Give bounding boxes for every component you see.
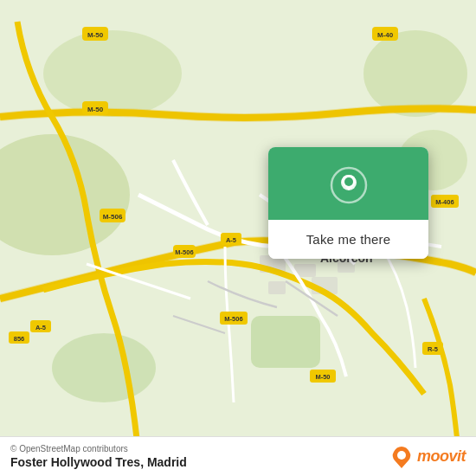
svg-point-42 [344,177,353,186]
moovit-text: moovit [417,447,466,466]
svg-text:R-5: R-5 [428,345,438,353]
svg-text:A-5: A-5 [226,236,236,244]
popup-header [268,147,428,220]
svg-text:M-50: M-50 [87,31,104,39]
take-me-there-button[interactable]: Take me there [268,220,428,259]
popup-card: Take me there [268,147,428,259]
svg-point-43 [397,451,406,460]
svg-point-2 [363,30,467,117]
svg-point-6 [52,333,156,402]
location-pin-icon [330,166,368,204]
svg-rect-5 [251,316,320,368]
svg-point-4 [43,30,182,117]
svg-text:A-5: A-5 [35,324,46,331]
bottom-left: © OpenStreetMap contributors Foster Holl… [10,444,187,469]
svg-text:M-50: M-50 [87,106,104,113]
svg-text:856: 856 [14,335,25,343]
svg-text:M-506: M-506 [175,248,193,256]
attribution-text: © OpenStreetMap contributors [10,444,187,453]
location-name: Foster Hollywood Tres, Madrid [10,455,187,469]
moovit-icon [389,445,414,469]
map-container: M-50 M-506 M-506 M-40 A-5 A-5 M-406 A-5 … [0,0,476,476]
svg-text:M-40: M-40 [377,31,394,39]
svg-text:M-406: M-406 [435,198,453,206]
svg-text:M-506: M-506 [224,315,242,323]
moovit-logo: moovit [389,445,466,469]
svg-text:M-506: M-506 [103,213,123,221]
svg-rect-9 [268,281,286,294]
bottom-bar: © OpenStreetMap contributors Foster Holl… [0,436,476,476]
svg-text:M-50: M-50 [315,373,330,381]
